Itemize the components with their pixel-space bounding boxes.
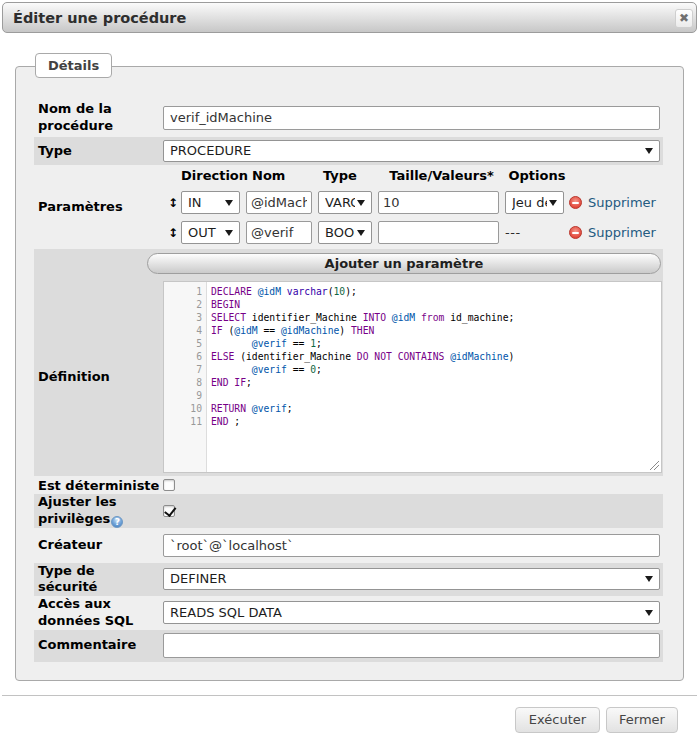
close-icon: ✖: [676, 10, 692, 27]
header-nom: Nom: [246, 167, 318, 187]
help-icon[interactable]: ?: [111, 516, 123, 528]
param-2-remove-link[interactable]: Supprimer: [588, 225, 656, 240]
add-parameter-button[interactable]: Ajouter un paramètre: [147, 253, 661, 274]
header-taille: Taille/Valeurs*: [378, 167, 505, 187]
deterministic-label: Est déterministe: [34, 476, 160, 494]
parameter-row: ↕ OUT BOOLEAN --- Supprimer: [165, 217, 675, 247]
remove-parameter-icon[interactable]: [569, 226, 582, 239]
param-1-charset-select[interactable]: Jeu de caractères: [505, 191, 564, 214]
close-dialog-button[interactable]: Fermer: [606, 707, 678, 733]
header-type: Type: [318, 167, 378, 187]
select-arrow-icon: [645, 148, 653, 154]
parameters-table: Direction Nom Type Taille/Valeurs* Optio…: [165, 167, 675, 247]
param-1-type-select[interactable]: VARCHAR: [318, 191, 372, 214]
header-options: Options: [505, 167, 569, 187]
row-sql-access: Accès aux données SQL READS SQL DATA: [34, 596, 663, 630]
execute-button[interactable]: Exécuter: [515, 707, 600, 733]
name-input[interactable]: [163, 106, 660, 130]
parameter-row: ↕ IN VARCHAR Jeu de caractères Supprimer: [165, 187, 675, 217]
param-1-name-input[interactable]: [246, 191, 312, 214]
creator-input[interactable]: [163, 534, 660, 557]
sql-access-label: Accès aux données SQL: [34, 596, 160, 630]
drag-handle-icon[interactable]: ↕: [168, 196, 178, 210]
definition-code-editor[interactable]: 1234567891011 DECLARE @idM varchar(10);B…: [163, 281, 662, 473]
tab-details[interactable]: Détails: [35, 53, 112, 78]
param-2-name-input[interactable]: [246, 221, 312, 244]
code-line-numbers: 1234567891011: [164, 282, 207, 472]
privileges-checkbox[interactable]: [163, 505, 175, 517]
param-2-type-select[interactable]: BOOLEAN: [318, 221, 372, 244]
buttonpane-separator: [2, 695, 697, 696]
select-arrow-icon: [549, 200, 557, 206]
details-fieldset: Détails Nom de la procédure Type PROCEDU…: [15, 66, 684, 681]
security-type-select[interactable]: DEFINER: [163, 568, 660, 590]
code-content[interactable]: DECLARE @idM varchar(10);BEGINSELECT ide…: [207, 282, 514, 472]
select-arrow-icon: [357, 230, 365, 236]
row-security-type: Type de sécurité DEFINER: [34, 563, 663, 596]
row-definition: Définition 1234567891011 DECLARE @idM va…: [34, 278, 663, 476]
row-privileges: Ajuster les privilèges?: [34, 494, 663, 528]
parameters-header-row: Direction Nom Type Taille/Valeurs* Optio…: [165, 167, 675, 187]
param-2-length-input[interactable]: [378, 221, 499, 244]
dialog-title: Éditer une procédure: [13, 10, 186, 26]
param-2-no-options: ---: [505, 225, 521, 240]
type-select[interactable]: PROCEDURE: [163, 140, 660, 162]
remove-parameter-icon[interactable]: [569, 196, 582, 209]
deterministic-checkbox[interactable]: [163, 479, 175, 491]
comment-input[interactable]: [163, 633, 660, 658]
select-arrow-icon: [645, 610, 653, 616]
routine-editor-table: Nom de la procédure Type PROCEDURE Param…: [34, 98, 663, 662]
select-arrow-icon: [225, 200, 233, 206]
parameters-label: Paramètres: [34, 165, 160, 249]
select-arrow-icon: [357, 200, 365, 206]
row-parameters: Paramètres Direction Nom Type Taille/Val…: [34, 165, 663, 249]
header-direction: Direction: [181, 167, 246, 187]
param-2-direction-select[interactable]: OUT: [181, 221, 240, 244]
definition-label: Définition: [34, 278, 160, 476]
type-label: Type: [34, 137, 160, 165]
dialog-titlebar: Éditer une procédure ✖: [2, 2, 697, 33]
select-arrow-icon: [225, 230, 233, 236]
drag-handle-icon[interactable]: ↕: [168, 226, 178, 240]
param-1-length-input[interactable]: [378, 191, 499, 214]
row-comment: Commentaire: [34, 630, 663, 662]
comment-label: Commentaire: [34, 630, 160, 662]
resize-grip-icon[interactable]: [649, 460, 660, 471]
creator-label: Créateur: [34, 528, 160, 563]
privileges-label: Ajuster les privilèges?: [34, 494, 160, 528]
row-type: Type PROCEDURE: [34, 137, 663, 165]
row-deterministic: Est déterministe: [34, 476, 663, 494]
name-label: Nom de la procédure: [34, 98, 160, 137]
row-name: Nom de la procédure: [34, 98, 663, 137]
select-arrow-icon: [645, 576, 653, 582]
param-1-direction-select[interactable]: IN: [181, 191, 240, 214]
security-type-label: Type de sécurité: [34, 563, 160, 596]
param-1-remove-link[interactable]: Supprimer: [588, 195, 656, 210]
row-add-parameter: Ajouter un paramètre: [34, 249, 663, 278]
sql-access-select[interactable]: READS SQL DATA: [163, 601, 660, 624]
close-button[interactable]: ✖: [675, 9, 693, 28]
row-creator: Créateur: [34, 528, 663, 563]
